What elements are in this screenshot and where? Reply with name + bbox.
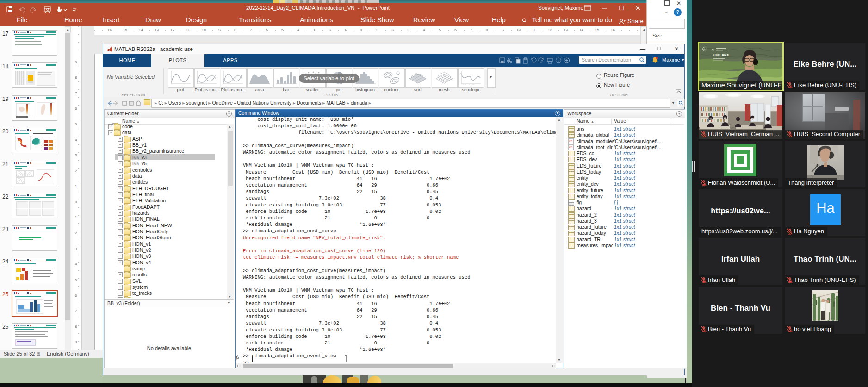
svg-text:UNU-EHS: UNU-EHS [713,53,729,57]
svg-text:?: ? [558,59,560,63]
